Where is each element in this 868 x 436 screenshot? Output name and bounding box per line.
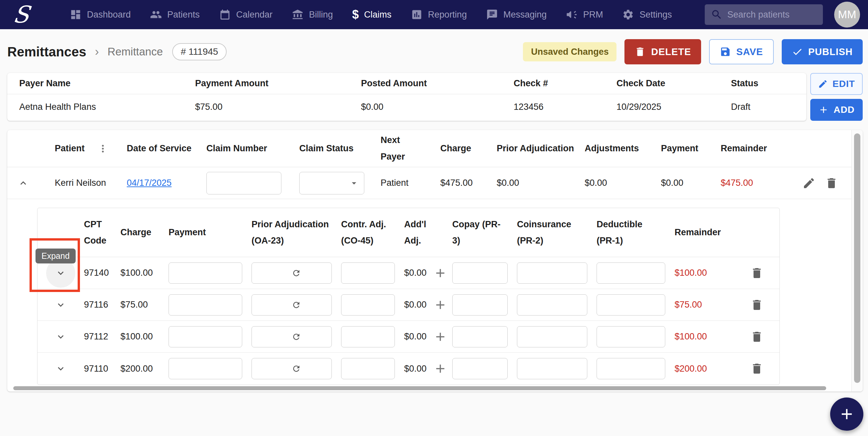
- remainder-value: $200.00: [675, 364, 734, 374]
- unsaved-changes-badge: Unsaved Changes: [523, 42, 617, 61]
- delete-service-line-button[interactable]: [750, 362, 764, 375]
- refresh-button[interactable]: [292, 300, 301, 310]
- expand-chevron-down-icon[interactable]: [55, 363, 66, 374]
- payer-summary-section: Payer Name Payment Amount Posted Amount …: [7, 73, 863, 121]
- payment-input[interactable]: [168, 294, 242, 316]
- cpt-code-value: 97110: [84, 364, 120, 374]
- column-header-deductible-pr1: Deductible (PR-1): [597, 216, 646, 249]
- contr-adj-input[interactable]: [341, 326, 395, 347]
- check-icon: [792, 46, 803, 57]
- add-adjustment-button[interactable]: [433, 266, 447, 280]
- nav-item-claims[interactable]: $ Claims: [352, 8, 392, 22]
- nav-items: Dashboard Patients Calendar Billing $ Cl…: [70, 8, 705, 22]
- service-line-row: 97112 $100.00 $0.00: [37, 321, 779, 353]
- refresh-button[interactable]: [292, 269, 301, 278]
- contr-adj-input[interactable]: [341, 358, 395, 379]
- deductible-input[interactable]: [597, 262, 665, 284]
- payment-input[interactable]: [168, 326, 242, 347]
- delete-service-line-button[interactable]: [750, 330, 764, 343]
- payment-input[interactable]: [168, 358, 242, 379]
- claim-number-input[interactable]: [206, 172, 281, 194]
- copay-input[interactable]: [452, 294, 508, 316]
- remainder-value: $475.00: [721, 178, 777, 188]
- edit-button[interactable]: EDIT: [810, 73, 863, 95]
- column-header-patient: Patient: [55, 141, 85, 157]
- vertical-scrollbar-thumb[interactable]: [854, 133, 860, 383]
- posted-amount-value: $0.00: [349, 102, 502, 112]
- nav-item-prm[interactable]: PRM: [566, 9, 603, 21]
- expand-chevron-down-icon[interactable]: [55, 331, 66, 342]
- fab-add-button[interactable]: [830, 398, 863, 431]
- column-header-remainder: Remainder: [675, 224, 734, 241]
- deductible-input[interactable]: [597, 358, 665, 379]
- check-number-value: 123456: [502, 102, 604, 112]
- coinsurance-input[interactable]: [517, 358, 587, 379]
- add-adjustment-button[interactable]: [433, 362, 447, 376]
- contr-adj-input[interactable]: [341, 294, 395, 316]
- kebab-menu-icon[interactable]: [98, 144, 108, 154]
- brand-logo[interactable]: S: [13, 3, 50, 26]
- deductible-input[interactable]: [597, 326, 665, 347]
- add-adjustment-button[interactable]: [433, 330, 447, 344]
- nav-item-billing[interactable]: Billing: [292, 9, 333, 21]
- nav-item-settings[interactable]: Settings: [622, 9, 672, 21]
- claims-card: Patient Date of Service Claim Number Cla…: [7, 130, 863, 392]
- delete-button[interactable]: DELETE: [624, 39, 701, 64]
- collapse-chevron-up-icon[interactable]: [18, 178, 29, 189]
- nav-item-calendar[interactable]: Calendar: [219, 9, 273, 21]
- service-line-row: 97116 $75.00 $0.00: [37, 289, 779, 321]
- nav-item-patients[interactable]: Patients: [150, 9, 200, 21]
- plus-icon: [433, 362, 447, 376]
- date-of-service-link[interactable]: 04/17/2025: [127, 178, 172, 188]
- add-adjustment-button[interactable]: [433, 298, 447, 312]
- refresh-button[interactable]: [292, 332, 301, 341]
- coinsurance-input[interactable]: [517, 326, 587, 347]
- claim-status-select[interactable]: [299, 172, 364, 194]
- claims-table: Patient Date of Service Claim Number Cla…: [7, 130, 851, 392]
- copay-input[interactable]: [452, 326, 508, 347]
- charge-value: $75.00: [120, 300, 168, 310]
- coinsurance-input[interactable]: [517, 262, 587, 284]
- addl-adj-value: $0.00: [404, 364, 427, 374]
- edit-claim-button[interactable]: [802, 177, 815, 190]
- brand-s-icon: S: [11, 3, 31, 26]
- trash-icon: [750, 330, 764, 343]
- horizontal-scrollbar[interactable]: [13, 386, 839, 390]
- column-header-cpt-code: CPT Code: [84, 216, 120, 249]
- next-payer-value: Patient: [380, 178, 440, 188]
- copay-input[interactable]: [452, 262, 508, 284]
- service-lines-card: Expand CPT Code Charge Payment Prior Adj…: [37, 208, 780, 385]
- dropdown-arrow-icon: [349, 178, 359, 188]
- plus-icon: [818, 104, 829, 115]
- payment-amount-value: $75.00: [183, 102, 349, 112]
- delete-claim-button[interactable]: [825, 177, 838, 190]
- payment-input[interactable]: [168, 262, 242, 284]
- save-label: SAVE: [736, 46, 763, 57]
- nav-item-dashboard[interactable]: Dashboard: [70, 9, 131, 21]
- expand-chevron-down-icon: [55, 268, 66, 279]
- nav-item-reporting[interactable]: Reporting: [411, 9, 467, 21]
- megaphone-icon: [566, 9, 578, 21]
- add-button[interactable]: ADD: [810, 99, 863, 121]
- search-input[interactable]: [727, 10, 817, 20]
- horizontal-scrollbar-thumb[interactable]: [13, 386, 826, 390]
- avatar[interactable]: MM: [834, 2, 860, 28]
- delete-service-line-button[interactable]: [750, 267, 764, 280]
- nav-item-label: PRM: [583, 10, 603, 20]
- breadcrumb-remittances[interactable]: Remittances: [7, 44, 86, 59]
- contr-adj-input[interactable]: [341, 262, 395, 284]
- deductible-input[interactable]: [597, 294, 665, 316]
- vertical-scrollbar[interactable]: [851, 130, 863, 392]
- nav-item-messaging[interactable]: Messaging: [486, 9, 547, 21]
- coinsurance-input[interactable]: [517, 294, 587, 316]
- copay-input[interactable]: [452, 358, 508, 379]
- delete-service-line-button[interactable]: [750, 298, 764, 312]
- publish-button[interactable]: PUBLISH: [782, 39, 863, 64]
- save-button[interactable]: SAVE: [709, 39, 774, 64]
- payment-value: $0.00: [661, 178, 721, 188]
- service-line-row: 97140 $100.00 $0.00: [37, 257, 779, 289]
- refresh-icon: [292, 300, 301, 310]
- charge-value: $200.00: [120, 364, 168, 374]
- refresh-button[interactable]: [292, 364, 301, 373]
- expand-chevron-down-icon[interactable]: [55, 299, 66, 311]
